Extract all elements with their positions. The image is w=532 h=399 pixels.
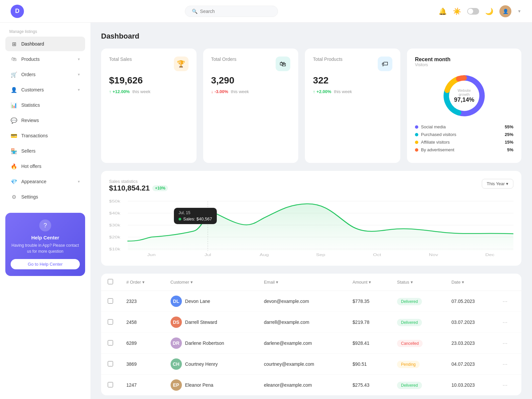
legend-label: Purchased visitors [421,132,456,137]
notifications-icon[interactable]: 🔔 [439,7,447,15]
legend-dot-icon [415,141,418,144]
row-date: 03.07.2023 [445,312,496,333]
total-products-icon: 🏷 [378,57,392,71]
row-more-button[interactable]: ··· [502,298,507,305]
customer-name: Courtney Henry [185,361,218,367]
row-status: Delivered [390,312,445,333]
row-more-button[interactable]: ··· [502,382,507,388]
sales-chart-card: Sales statistics $110,854.21 +10% This Y… [101,171,521,266]
sidebar-item-statistics[interactable]: 📊 Statistics [5,98,85,112]
customer-name: Eleanor Pena [185,382,213,388]
total-products-change: ↑ +2.00% this week [313,89,392,94]
svg-text:Oct: Oct [373,253,381,257]
col-order[interactable]: # Order ▾ [120,274,164,291]
sidebar: Manage listings ⊞ Dashboard 🛍 Products ▾… [0,23,90,399]
select-all-checkbox[interactable] [108,279,113,284]
row-order: 1247 [120,375,164,396]
status-badge: Cancelled [397,340,423,347]
sidebar-label-settings: Settings [21,194,38,200]
total-products-label: Total Products [313,57,342,62]
row-checkbox[interactable] [108,340,113,345]
sidebar-item-hot-offers[interactable]: 🔥 Hot offers [5,159,85,174]
hot-offers-icon: 🔥 [11,163,17,170]
total-sales-card: Total Sales 🏆 $19,626 ↑ +12.00% this wee… [101,49,197,163]
customer-name: Darlene Robertson [185,340,224,346]
sidebar-label-orders: Orders [21,72,36,77]
row-amount: $219.78 [346,312,390,333]
customer-avatar: EP [171,379,182,391]
theme-sun-icon[interactable]: ☀️ [453,7,461,15]
main-content: Dashboard Total Sales 🏆 $19,626 ↑ +12.00… [90,23,532,399]
total-products-card: Total Products 🏷 322 ↑ +2.00% this week [305,49,400,163]
row-status: Pending [390,354,445,375]
sidebar-item-orders[interactable]: 🛒 Orders ▾ [5,67,85,82]
orders-icon: 🛒 [11,71,17,78]
total-sales-change: ↑ +12.00% this week [109,89,189,94]
theme-moon-icon[interactable]: 🌙 [485,7,493,15]
chart-period-label: This Year [487,181,505,186]
select-all-header [101,274,120,291]
customer-name: Darrell Steward [185,320,217,325]
row-order: 2323 [120,291,164,312]
legend-item: By advertisement 5% [415,147,513,152]
col-date[interactable]: Date ▾ [445,274,496,291]
row-amount: $928.41 [346,333,390,354]
legend-label: Affiliate visitors [421,140,450,145]
row-amount: $778.35 [346,291,390,312]
sidebar-item-appearance[interactable]: 💎 Appearance ▾ [5,174,85,189]
customer-avatar: DS [171,317,182,328]
change-suffix: this week [334,89,352,94]
svg-text:Dec: Dec [485,253,494,257]
sidebar-item-dashboard[interactable]: ⊞ Dashboard [5,37,85,51]
chevron-down-icon: ▾ [78,179,80,184]
legend-pct: 15% [505,140,513,145]
search-bar[interactable]: 🔍 [185,6,278,17]
reviews-icon: 💬 [11,117,17,124]
row-more-button[interactable]: ··· [502,340,507,346]
sidebar-item-products[interactable]: 🛍 Products ▾ [5,52,85,66]
sidebar-item-reviews[interactable]: 💬 Reviews [5,113,85,128]
help-box: ? Help Center Having trouble in App? Ple… [5,213,85,276]
row-checkbox[interactable] [108,361,113,366]
table-row: 1247 EP Eleanor Pena eleanor@example.com… [101,375,521,396]
row-email: courtney@example.com [257,354,346,375]
row-order: 6289 [120,333,164,354]
row-status: Delivered [390,375,445,396]
sidebar-item-sellers[interactable]: 🏪 Sellers [5,144,85,158]
sidebar-item-customers[interactable]: 👤 Customers ▾ [5,82,85,97]
total-orders-change: ↓ -3.00% this week [211,89,291,94]
row-checkbox[interactable] [108,382,113,387]
search-input[interactable] [200,9,267,14]
recent-month-card: Recent month Visitors Website growth 97,… [407,49,521,163]
sidebar-item-settings[interactable]: ⚙ Settings [5,190,85,204]
col-email[interactable]: Email ▾ [257,274,346,291]
col-customer[interactable]: Customer ▾ [164,274,257,291]
change-suffix: this week [132,89,150,94]
row-more-button[interactable]: ··· [502,361,507,367]
row-customer: DS Darrell Steward [164,312,257,333]
svg-text:$10k: $10k [109,247,120,251]
stat-cards-grid: Total Sales 🏆 $19,626 ↑ +12.00% this wee… [101,49,521,163]
row-checkbox[interactable] [108,319,113,325]
total-sales-icon: 🏆 [174,57,189,71]
page-title: Dashboard [101,32,521,41]
user-menu-chevron[interactable]: ▼ [517,9,521,14]
help-description: Having trouble in App? Please contact us… [11,242,80,254]
user-avatar[interactable]: 👤 [499,5,511,17]
row-more-button[interactable]: ··· [502,319,507,326]
row-checkbox[interactable] [108,298,113,304]
col-status[interactable]: Status ▾ [390,274,445,291]
sidebar-label-dashboard: Dashboard [21,41,44,47]
recent-month-subtitle: Visitors [415,63,513,67]
chart-period-button[interactable]: This Year ▾ [482,179,513,189]
col-amount[interactable]: Amount ▾ [346,274,390,291]
statistics-icon: 📊 [11,102,17,108]
sidebar-item-transactions[interactable]: 💳 Transactions [5,128,85,143]
row-checkbox-cell [101,354,120,375]
sidebar-label-statistics: Statistics [21,102,40,108]
recent-month-title: Recent month [415,57,513,63]
theme-toggle[interactable] [467,8,479,15]
change-arrow-icon: ↑ [109,89,111,94]
row-checkbox-cell [101,375,120,396]
help-button[interactable]: Go to Help Center [11,259,80,269]
